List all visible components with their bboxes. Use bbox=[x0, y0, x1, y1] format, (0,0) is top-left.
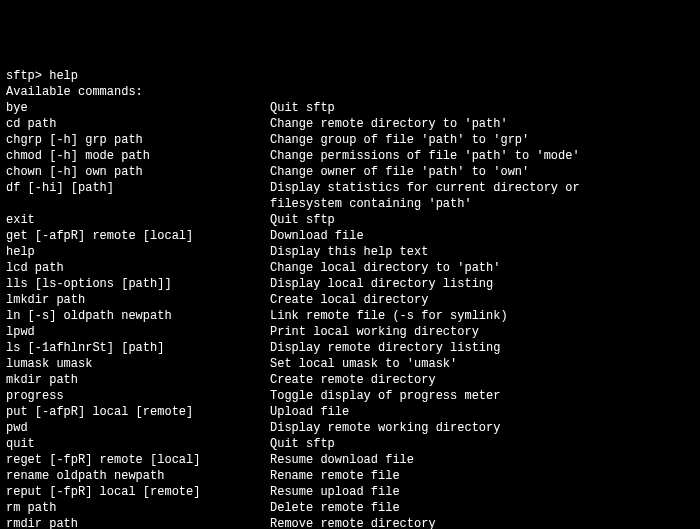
help-command: lumask umask bbox=[6, 356, 270, 372]
help-description: Link remote file (-s for symlink) bbox=[270, 308, 694, 324]
help-description: Rename remote file bbox=[270, 468, 694, 484]
help-command: df [-hi] [path] bbox=[6, 180, 270, 196]
help-row: rmdir pathRemove remote directory bbox=[6, 516, 694, 529]
help-row: ln [-s] oldpath newpathLink remote file … bbox=[6, 308, 694, 324]
help-row: chown [-h] own pathChange owner of file … bbox=[6, 164, 694, 180]
help-description: Display local directory listing bbox=[270, 276, 694, 292]
help-description: Display this help text bbox=[270, 244, 694, 260]
help-description: filesystem containing 'path' bbox=[270, 196, 694, 212]
help-command: lpwd bbox=[6, 324, 270, 340]
help-command: get [-afpR] remote [local] bbox=[6, 228, 270, 244]
help-command: rm path bbox=[6, 500, 270, 516]
help-row: rename oldpath newpathRename remote file bbox=[6, 468, 694, 484]
help-description: Set local umask to 'umask' bbox=[270, 356, 694, 372]
help-description: Create local directory bbox=[270, 292, 694, 308]
help-row: mkdir pathCreate remote directory bbox=[6, 372, 694, 388]
help-command: reget [-fpR] remote [local] bbox=[6, 452, 270, 468]
help-command: ls [-1afhlnrSt] [path] bbox=[6, 340, 270, 356]
help-description: Display remote working directory bbox=[270, 420, 694, 436]
help-row: helpDisplay this help text bbox=[6, 244, 694, 260]
help-command: ln [-s] oldpath newpath bbox=[6, 308, 270, 324]
help-row: pwdDisplay remote working directory bbox=[6, 420, 694, 436]
help-command: quit bbox=[6, 436, 270, 452]
help-command: rename oldpath newpath bbox=[6, 468, 270, 484]
help-row: lmkdir pathCreate local directory bbox=[6, 292, 694, 308]
help-row: ls [-1afhlnrSt] [path]Display remote dir… bbox=[6, 340, 694, 356]
help-description: Change owner of file 'path' to 'own' bbox=[270, 164, 694, 180]
terminal-output: sftp> helpAvailable commands:byeQuit sft… bbox=[6, 68, 694, 529]
help-description: Change remote directory to 'path' bbox=[270, 116, 694, 132]
help-row: reput [-fpR] local [remote]Resume upload… bbox=[6, 484, 694, 500]
help-command: bye bbox=[6, 100, 270, 116]
help-row: byeQuit sftp bbox=[6, 100, 694, 116]
help-description: Create remote directory bbox=[270, 372, 694, 388]
help-command: pwd bbox=[6, 420, 270, 436]
help-description: Resume upload file bbox=[270, 484, 694, 500]
help-description: Delete remote file bbox=[270, 500, 694, 516]
help-row: lpwdPrint local working directory bbox=[6, 324, 694, 340]
help-command: lls [ls-options [path]] bbox=[6, 276, 270, 292]
help-command: chmod [-h] mode path bbox=[6, 148, 270, 164]
help-row: quitQuit sftp bbox=[6, 436, 694, 452]
help-description: Toggle display of progress meter bbox=[270, 388, 694, 404]
help-description: Upload file bbox=[270, 404, 694, 420]
help-description: Resume download file bbox=[270, 452, 694, 468]
help-description: Change group of file 'path' to 'grp' bbox=[270, 132, 694, 148]
help-row: lls [ls-options [path]]Display local dir… bbox=[6, 276, 694, 292]
help-command: progress bbox=[6, 388, 270, 404]
help-command: exit bbox=[6, 212, 270, 228]
help-command: lcd path bbox=[6, 260, 270, 276]
help-description: Print local working directory bbox=[270, 324, 694, 340]
help-description: Quit sftp bbox=[270, 436, 694, 452]
help-row: progressToggle display of progress meter bbox=[6, 388, 694, 404]
help-description: Quit sftp bbox=[270, 212, 694, 228]
help-command: mkdir path bbox=[6, 372, 270, 388]
help-row: get [-afpR] remote [local]Download file bbox=[6, 228, 694, 244]
help-description: Remove remote directory bbox=[270, 516, 694, 529]
help-description: Change local directory to 'path' bbox=[270, 260, 694, 276]
help-command bbox=[6, 196, 270, 212]
help-description: Display statistics for current directory… bbox=[270, 180, 694, 196]
help-command: chgrp [-h] grp path bbox=[6, 132, 270, 148]
help-description: Display remote directory listing bbox=[270, 340, 694, 356]
prompt-line: sftp> help bbox=[6, 68, 694, 84]
help-description: Quit sftp bbox=[270, 100, 694, 116]
help-command: reput [-fpR] local [remote] bbox=[6, 484, 270, 500]
help-row: reget [-fpR] remote [local]Resume downlo… bbox=[6, 452, 694, 468]
help-command: rmdir path bbox=[6, 516, 270, 529]
help-row: exitQuit sftp bbox=[6, 212, 694, 228]
help-row: lcd pathChange local directory to 'path' bbox=[6, 260, 694, 276]
help-row: filesystem containing 'path' bbox=[6, 196, 694, 212]
help-description: Change permissions of file 'path' to 'mo… bbox=[270, 148, 694, 164]
help-header: Available commands: bbox=[6, 84, 694, 100]
help-row: lumask umaskSet local umask to 'umask' bbox=[6, 356, 694, 372]
help-row: put [-afpR] local [remote]Upload file bbox=[6, 404, 694, 420]
help-row: df [-hi] [path]Display statistics for cu… bbox=[6, 180, 694, 196]
help-row: chmod [-h] mode pathChange permissions o… bbox=[6, 148, 694, 164]
help-command: put [-afpR] local [remote] bbox=[6, 404, 270, 420]
help-command: help bbox=[6, 244, 270, 260]
help-command: chown [-h] own path bbox=[6, 164, 270, 180]
help-command: lmkdir path bbox=[6, 292, 270, 308]
help-row: rm pathDelete remote file bbox=[6, 500, 694, 516]
help-row: chgrp [-h] grp pathChange group of file … bbox=[6, 132, 694, 148]
help-description: Download file bbox=[270, 228, 694, 244]
help-command: cd path bbox=[6, 116, 270, 132]
help-row: cd pathChange remote directory to 'path' bbox=[6, 116, 694, 132]
